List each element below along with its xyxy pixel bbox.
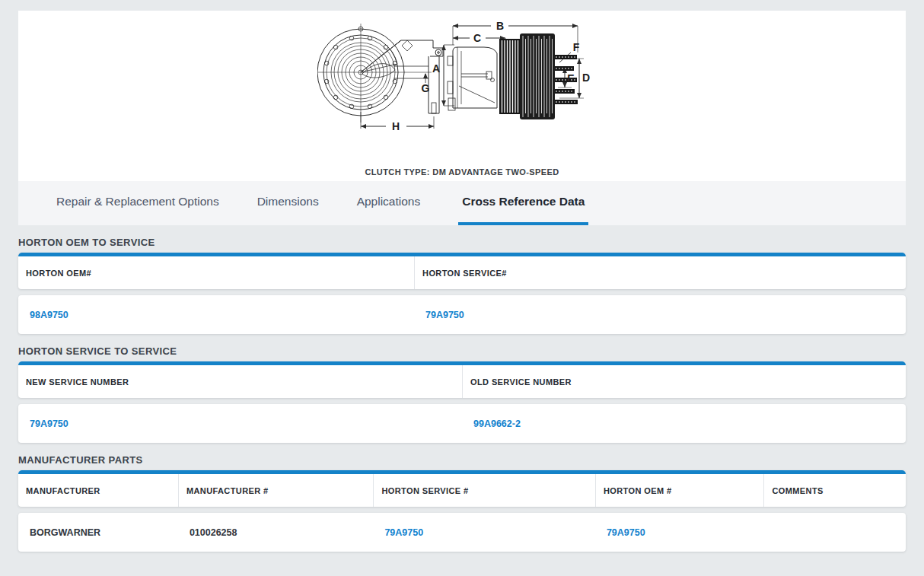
product-detail-page: A B C D E F G H CLUTCH TYPE: DM ADVANTAG… (0, 0, 924, 552)
table-cell: BORGWARNER (18, 527, 178, 538)
part-number-link[interactable]: 99A9662-2 (473, 418, 521, 429)
table-row: 98A975079A9750 (18, 295, 906, 334)
dim-label-e: E (567, 72, 574, 84)
clutch-type-caption: CLUTCH TYPE: DM ADVANTAGE TWO-SPEED (365, 167, 559, 177)
section-horton-service-to-service: HORTON SERVICE TO SERVICENEW SERVICE NUM… (18, 345, 906, 443)
cell-text: BORGWARNER (30, 527, 100, 538)
table-header-row: NEW SERVICE NUMBEROLD SERVICE NUMBER (18, 361, 906, 398)
column-header-new-service-number: NEW SERVICE NUMBER (18, 365, 462, 398)
dim-label-c: C (473, 32, 481, 44)
column-header-old-service-number: OLD SERVICE NUMBER (462, 365, 906, 398)
column-header-horton-oem: HORTON OEM # (595, 474, 764, 507)
clutch-diagram: A B C D E F G H (317, 13, 607, 144)
dim-label-d: D (582, 72, 590, 84)
column-header-horton-oem: HORTON OEM# (18, 256, 414, 289)
part-number-link[interactable]: 79A9750 (30, 418, 69, 429)
product-diagram-panel: A B C D E F G H CLUTCH TYPE: DM ADVANTAG… (18, 11, 906, 181)
table-header-row: MANUFACTURERMANUFACTURER #HORTON SERVICE… (18, 470, 906, 507)
table-cell: 98A9750 (18, 310, 414, 320)
table-cell: 79A9750 (18, 418, 462, 429)
part-number-link[interactable]: 98A9750 (30, 310, 69, 320)
section-title: HORTON SERVICE TO SERVICE (18, 345, 906, 357)
part-number-link[interactable]: 79A9750 (384, 527, 423, 538)
tab-dimensions[interactable]: Dimensions (257, 181, 319, 225)
column-header-manufacturer: MANUFACTURER # (178, 474, 374, 507)
table-row: 79A975099A9662-2 (18, 404, 906, 443)
column-header-manufacturer: MANUFACTURER (18, 474, 178, 507)
table-cell: 79A9750 (414, 310, 906, 320)
dim-label-b: B (496, 20, 504, 32)
table-cell: 99A9662-2 (462, 418, 906, 429)
tab-repair-replacement-options[interactable]: Repair & Replacement Options (56, 181, 219, 225)
column-header-horton-service: HORTON SERVICE# (414, 256, 906, 289)
part-number-link[interactable]: 79A9750 (425, 310, 464, 320)
table-header-row: HORTON OEM#HORTON SERVICE# (18, 253, 906, 289)
dim-label-a: A (432, 62, 440, 75)
cross-reference-sections: HORTON OEM TO SERVICEHORTON OEM#HORTON S… (18, 237, 906, 552)
section-title: MANUFACTURER PARTS (18, 454, 906, 466)
table-cell: 010026258 (178, 527, 374, 538)
dim-label-f: F (573, 41, 580, 53)
section-manufacturer-parts: MANUFACTURER PARTSMANUFACTURERMANUFACTUR… (18, 454, 906, 552)
tab-bar: Repair & Replacement Options Dimensions … (18, 181, 906, 225)
dim-label-g: G (422, 82, 430, 94)
table-row: BORGWARNER01002625879A975079A9750 (18, 513, 906, 552)
tab-cross-reference-data[interactable]: Cross Reference Data (458, 181, 588, 225)
section-horton-oem-to-service: HORTON OEM TO SERVICEHORTON OEM#HORTON S… (18, 237, 906, 334)
table-cell: 79A9750 (595, 527, 764, 538)
column-header-comments: COMMENTS (763, 474, 906, 507)
dim-label-h: H (392, 120, 400, 132)
part-number-link[interactable]: 79A9750 (607, 527, 645, 538)
tab-applications[interactable]: Applications (357, 181, 421, 225)
column-header-horton-service: HORTON SERVICE # (373, 474, 595, 507)
cell-text: 010026258 (190, 527, 237, 538)
section-title: HORTON OEM TO SERVICE (18, 237, 906, 248)
table-cell: 79A9750 (373, 527, 595, 538)
clutch-technical-drawing: A B C D E F G H (317, 13, 607, 141)
